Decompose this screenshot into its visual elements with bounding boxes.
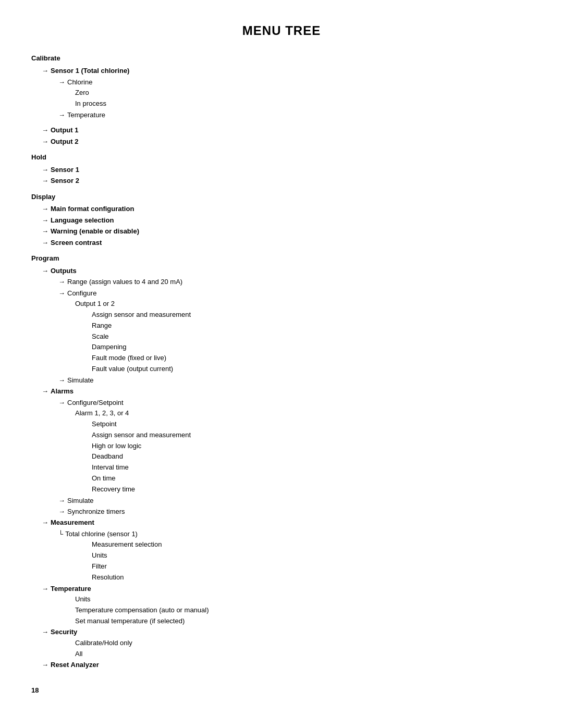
hold-sensor2: → Sensor 2	[42, 175, 532, 186]
dampening-output: Dampening	[92, 342, 532, 353]
reset-analyzer: → Reset Analyzer	[42, 659, 532, 670]
sensor1-total-chlorine: → Sensor 1 (Total chlorine)	[42, 65, 532, 76]
setpoint-alarm: Setpoint	[92, 419, 532, 430]
output2-item: → Output 2	[42, 136, 532, 147]
set-manual-temperature: Set manual temperature (if selected)	[75, 616, 532, 627]
arrow-icon: →	[42, 203, 48, 214]
units-temperature: Units	[75, 594, 532, 605]
synchronize-timers: → Synchronize timers	[58, 506, 532, 517]
arrow-icon: →	[58, 288, 65, 299]
measurement-selection: Measurement selection	[92, 539, 532, 550]
arrow-icon: →	[42, 175, 48, 186]
units-measurement: Units	[92, 550, 532, 561]
simulate-output: → Simulate	[58, 375, 532, 386]
menu-tree: MENU TREE Calibrate → Sensor 1 (Total ch…	[31, 21, 532, 671]
temperature-program-item: → Temperature	[42, 583, 532, 594]
fault-value-output: Fault value (output current)	[92, 364, 532, 375]
section-calibrate: Calibrate	[31, 53, 532, 64]
arrow-icon: →	[58, 276, 65, 287]
fault-mode-output: Fault mode (fixed or live)	[92, 353, 532, 364]
arrow-icon: →	[42, 583, 48, 594]
arrow-icon: →	[42, 626, 48, 637]
warning-enable-disable: → Warning (enable or disable)	[42, 226, 532, 237]
arrow-icon: →	[42, 215, 48, 226]
section-program: Program	[31, 253, 532, 264]
page-number: 18	[31, 686, 532, 694]
page-title: MENU TREE	[31, 21, 532, 41]
arrow-icon: →	[58, 506, 65, 517]
arrow-icon: →	[42, 659, 48, 670]
assign-sensor-measurement-output: Assign sensor and measurement	[92, 310, 532, 320]
deadband: Deadband	[92, 451, 532, 462]
arrow-icon: →	[58, 397, 65, 408]
arrow-icon: →	[42, 136, 48, 147]
hold-sensor1: → Sensor 1	[42, 164, 532, 175]
corner-arrow-icon: └	[58, 528, 63, 539]
measurement-item: → Measurement	[42, 517, 532, 528]
language-selection: → Language selection	[42, 215, 532, 226]
arrow-icon: →	[42, 386, 48, 397]
arrow-icon: →	[42, 226, 48, 237]
filter-measurement: Filter	[92, 561, 532, 572]
arrow-icon: →	[42, 125, 48, 135]
total-chlorine-sensor1: └ Total chlorine (sensor 1)	[58, 528, 532, 539]
all-security: All	[75, 649, 532, 660]
range-output: Range	[92, 320, 532, 331]
arrow-icon: →	[58, 109, 65, 120]
screen-contrast: → Screen contrast	[42, 237, 532, 248]
arrow-icon: →	[42, 517, 48, 528]
assign-sensor-measurement-alarm: Assign sensor and measurement	[92, 430, 532, 441]
calibrate-hold-only: Calibrate/Hold only	[75, 638, 532, 649]
alarm-1234: Alarm 1, 2, 3, or 4	[75, 408, 532, 419]
in-process-item: In process	[75, 98, 532, 109]
outputs-item: → Outputs	[42, 265, 532, 276]
high-low-logic: High or low logic	[92, 441, 532, 452]
section-display: Display	[31, 192, 532, 203]
output-1-or-2: Output 1 or 2	[75, 299, 532, 310]
resolution-measurement: Resolution	[92, 572, 532, 583]
configure-item: → Configure	[58, 288, 532, 299]
chlorine-item: → Chlorine	[58, 77, 532, 88]
arrow-icon: →	[58, 495, 65, 506]
range-assign-values: → Range (assign values to 4 and 20 mA)	[58, 276, 532, 287]
output1-item: → Output 1	[42, 125, 532, 135]
temperature-compensation: Temperature compensation (auto or manual…	[75, 605, 532, 616]
arrow-icon: →	[42, 65, 48, 76]
zero-item: Zero	[75, 88, 532, 98]
main-format-config: → Main format configuration	[42, 203, 532, 214]
security-item: → Security	[42, 626, 532, 637]
arrow-icon: →	[58, 375, 65, 386]
simulate-alarm: → Simulate	[58, 495, 532, 506]
temperature-item: → Temperature	[58, 109, 532, 120]
arrow-icon: →	[42, 237, 48, 248]
arrow-icon: →	[42, 164, 48, 175]
on-time: On time	[92, 473, 532, 484]
interval-time: Interval time	[92, 462, 532, 473]
recovery-time: Recovery time	[92, 484, 532, 495]
scale-output: Scale	[92, 331, 532, 342]
arrow-icon: →	[58, 77, 65, 88]
configure-setpoint: → Configure/Setpoint	[58, 397, 532, 408]
section-hold: Hold	[31, 152, 532, 163]
arrow-icon: →	[42, 265, 48, 276]
alarms-item: → Alarms	[42, 386, 532, 397]
